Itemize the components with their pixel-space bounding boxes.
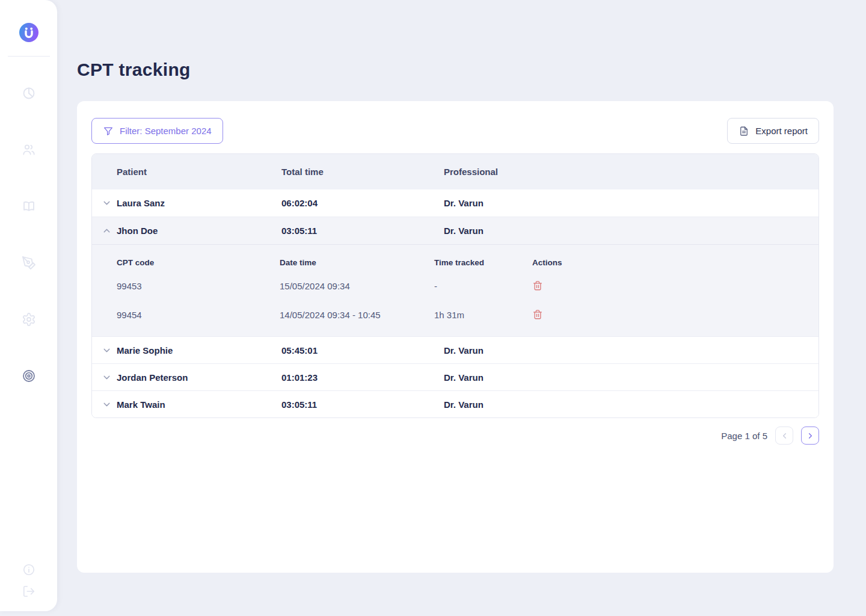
subcolumn-time-tracked: Time tracked [434,258,532,267]
patient-name: Jordan Peterson [117,372,281,383]
professional-name: Dr. Varun [444,198,818,208]
info-icon[interactable] [22,563,35,576]
chevron-left-icon [780,431,789,440]
sidebar [0,0,57,611]
time-tracked-value: 1h 31m [434,310,532,320]
subcolumn-cpt-code: CPT code [117,258,280,267]
sidebar-divider [8,56,50,57]
subcolumn-actions: Actions [532,258,818,267]
filter-funnel-icon [103,126,114,137]
professional-name: Dr. Varun [444,372,818,383]
professional-name: Dr. Varun [444,399,818,410]
table-row-expanded[interactable]: Jhon Doe 03:05:11 Dr. Varun [92,217,818,244]
date-time-value: 14/05/2024 09:34 - 10:45 [280,310,434,320]
target-icon[interactable] [22,369,36,383]
subtable-row: 99453 15/05/2024 09:34 - [92,271,818,300]
export-report-button[interactable]: Export report [727,118,819,144]
cpt-code-value: 99453 [117,281,280,291]
main-content: CPT tracking Filter: September 2024 [57,57,866,573]
subtable-row: 99454 14/05/2024 09:34 - 10:45 1h 31m [92,300,818,329]
total-time-value: 06:02:04 [281,198,444,208]
export-button-label: Export report [755,126,808,136]
patient-name: Laura Sanz [117,198,281,208]
total-time-value: 05:45:01 [281,345,444,356]
table-row[interactable]: Laura Sanz 06:02:04 Dr. Varun [92,189,818,217]
next-page-button[interactable] [801,427,819,445]
table-row[interactable]: Jordan Peterson 01:01:23 Dr. Varun [92,363,818,390]
patient-name: Jhon Doe [117,226,281,236]
time-tracked-value: - [434,281,532,291]
sidebar-footer [22,563,35,598]
cpt-table: Patient Total time Professional Laura Sa… [91,153,819,418]
chevron-up-icon[interactable] [92,226,117,236]
file-text-icon [739,126,749,137]
filter-button-label: Filter: September 2024 [120,126,212,136]
pie-chart-icon[interactable] [22,86,36,100]
column-header-total-time: Total time [281,167,444,177]
chevron-down-icon[interactable] [92,345,117,356]
cpt-code-value: 99454 [117,310,280,320]
subcolumn-date-time: Date time [280,258,434,267]
total-time-value: 03:05:11 [281,399,444,410]
expanded-row-group: Jhon Doe 03:05:11 Dr. Varun CPT code Dat… [92,217,818,336]
subtable-header: CPT code Date time Time tracked Actions [92,253,818,271]
page-indicator: Page 1 of 5 [721,431,767,441]
book-open-icon[interactable] [22,199,36,214]
table-header: Patient Total time Professional [92,154,818,189]
cpt-detail-subtable: CPT code Date time Time tracked Actions … [92,244,818,336]
logout-icon[interactable] [22,585,35,598]
cpt-tracking-card: Filter: September 2024 Export report Pat… [77,101,834,573]
settings-icon[interactable] [22,312,36,327]
total-time-value: 01:01:23 [281,372,444,383]
trash-icon[interactable] [532,280,543,291]
pen-tool-icon[interactable] [22,256,36,270]
chevron-down-icon[interactable] [92,399,117,410]
trash-icon[interactable] [532,309,543,320]
chevron-right-icon [806,431,815,440]
previous-page-button[interactable] [775,427,793,445]
chevron-down-icon[interactable] [92,198,117,208]
total-time-value: 03:05:11 [281,226,444,236]
pagination: Page 1 of 5 [91,427,819,445]
table-row[interactable]: Mark Twain 03:05:11 Dr. Varun [92,390,818,417]
column-header-professional: Professional [444,167,818,177]
patient-name: Mark Twain [117,399,281,410]
filter-button[interactable]: Filter: September 2024 [91,118,223,144]
chevron-down-icon[interactable] [92,372,117,383]
brand-logo[interactable] [19,23,38,42]
date-time-value: 15/05/2024 09:34 [280,281,434,291]
users-icon[interactable] [22,143,36,157]
professional-name: Dr. Varun [444,226,818,236]
column-header-patient: Patient [117,167,281,177]
page-title: CPT tracking [77,57,834,83]
patient-name: Marie Sophie [117,345,281,356]
toolbar: Filter: September 2024 Export report [91,118,819,144]
table-row[interactable]: Marie Sophie 05:45:01 Dr. Varun [92,336,818,363]
professional-name: Dr. Varun [444,345,818,356]
sidebar-nav [22,86,36,383]
